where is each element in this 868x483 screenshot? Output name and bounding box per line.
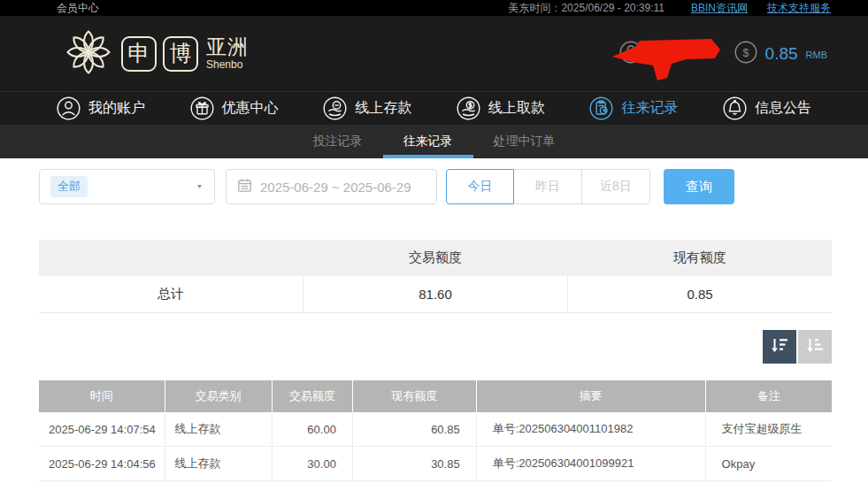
nav-item-transaction-records[interactable]: 往来记录 xyxy=(589,96,678,120)
bbin-news-link[interactable]: BBIN资讯网 xyxy=(691,1,748,16)
cell-amount: 30.00 xyxy=(272,447,352,480)
member-center-label: 会员中心 xyxy=(57,1,99,16)
type-selected-tag: 全部 xyxy=(50,176,88,197)
cell-summary: 单号:202506304001101982 xyxy=(476,412,705,446)
range-today-button[interactable]: 今日 xyxy=(446,169,514,204)
col-time: 时间 xyxy=(39,380,165,412)
header: 申 博 亚洲 Shenbo sn $ 0.85 xyxy=(0,16,868,91)
records-table-header: 时间 交易类别 交易额度 现有额度 摘要 备注 xyxy=(39,380,832,412)
sort-descending-button[interactable] xyxy=(763,330,796,364)
col-balance: 现有额度 xyxy=(352,380,476,412)
quick-range-group: 今日 昨日 近8日 xyxy=(446,169,650,204)
dollar-circle-icon: $ xyxy=(734,41,757,67)
subnav: 投注记录 往来记录 处理中订单 xyxy=(0,125,868,158)
sort-descending-icon xyxy=(770,336,789,358)
svg-text:$: $ xyxy=(742,46,749,58)
balance-amount: 0.85 xyxy=(765,44,798,64)
col-note: 备注 xyxy=(705,380,832,412)
gift-icon xyxy=(190,96,214,120)
col-type: 交易类别 xyxy=(165,380,272,412)
summary-col-current-amount: 现有额度 xyxy=(567,240,832,276)
cell-time: 2025-06-29 14:07:54 xyxy=(39,412,165,446)
logo-latin-label: Shenbo xyxy=(206,59,249,70)
logo-char-shen: 申 xyxy=(121,36,157,72)
nav-item-promotions[interactable]: 优惠中心 xyxy=(190,96,279,120)
summary-total-label: 总计 xyxy=(39,276,303,312)
withdraw-icon xyxy=(457,96,480,120)
sort-ascending-button[interactable] xyxy=(798,330,832,364)
table-row: 2025-06-29 14:07:54 线上存款 60.00 60.85 单号:… xyxy=(39,412,832,447)
logo-char-bo: 博 xyxy=(163,36,198,72)
query-button[interactable]: 查询 xyxy=(664,169,734,204)
records-table: 时间 交易类别 交易额度 现有额度 摘要 备注 2025-06-29 14:07… xyxy=(39,380,832,481)
cell-type: 线上存款 xyxy=(165,447,272,480)
deposit-icon xyxy=(323,96,347,120)
flower-logo-icon xyxy=(62,26,115,82)
type-select[interactable]: 全部 ▼ xyxy=(39,169,215,204)
table-row: 2025-06-29 14:04:56 线上存款 30.00 30.85 单号:… xyxy=(39,447,832,481)
cell-type: 线上存款 xyxy=(165,412,272,446)
annotation-arrow xyxy=(612,39,720,85)
topbar: 会员中心 美东时间：2025/06/29 - 20:39:11 BBIN资讯网 … xyxy=(0,0,868,16)
sort-ascending-icon xyxy=(805,336,825,358)
calendar-icon xyxy=(237,178,252,196)
site-logo[interactable]: 申 博 亚洲 Shenbo xyxy=(62,26,249,82)
cell-balance: 30.85 xyxy=(352,447,476,480)
range-last8days-button[interactable]: 近8日 xyxy=(582,169,650,204)
cell-balance: 60.85 xyxy=(352,412,476,446)
cell-amount: 60.00 xyxy=(272,412,352,446)
bell-icon xyxy=(723,96,747,120)
summary-table: 交易额度 现有额度 总计 81.60 0.85 xyxy=(39,240,832,313)
tab-betting-records[interactable]: 投注记录 xyxy=(293,125,383,158)
balance-currency: RMB xyxy=(806,50,827,60)
balance[interactable]: $ 0.85 RMB xyxy=(734,41,827,67)
col-amount: 交易额度 xyxy=(272,380,352,412)
col-summary: 摘要 xyxy=(476,380,705,412)
nav-item-deposit[interactable]: 线上存款 xyxy=(323,96,411,120)
summary-col-empty xyxy=(39,240,303,276)
nav-item-withdraw[interactable]: 线上取款 xyxy=(457,96,545,120)
summary-total-current: 0.85 xyxy=(567,276,832,312)
nav-item-announcements[interactable]: 信息公告 xyxy=(723,96,811,120)
cell-time: 2025-06-29 14:04:56 xyxy=(39,447,165,480)
user-icon xyxy=(57,96,81,120)
main-nav: 我的账户 优惠中心 线上存款 xyxy=(0,91,868,125)
tab-transaction-records[interactable]: 往来记录 xyxy=(383,125,473,158)
cell-summary: 单号:202506304001099921 xyxy=(476,447,705,480)
sort-controls xyxy=(39,330,832,364)
records-icon xyxy=(589,96,613,120)
date-range-value: 2025-06-29 ~ 2025-06-29 xyxy=(260,180,411,195)
eastern-time-label: 美东时间：2025/06/29 - 20:39:11 xyxy=(508,1,664,16)
content: 全部 ▼ 2025-06-29 ~ 2025-06-29 今日 昨日 近8日 查… xyxy=(0,158,868,481)
tab-pending-orders[interactable]: 处理中订单 xyxy=(473,125,576,158)
cell-note: 支付宝超级原生 xyxy=(705,412,832,446)
date-range-input[interactable]: 2025-06-29 ~ 2025-06-29 xyxy=(226,169,437,204)
summary-col-trade-amount: 交易额度 xyxy=(303,240,568,276)
summary-total-trade: 81.60 xyxy=(303,276,567,312)
chevron-down-icon: ▼ xyxy=(196,183,204,190)
tech-support-link[interactable]: 技术支持服务 xyxy=(767,1,831,16)
filter-row: 全部 ▼ 2025-06-29 ~ 2025-06-29 今日 昨日 近8日 查… xyxy=(39,169,832,204)
cell-note: Okpay xyxy=(705,447,832,480)
range-yesterday-button[interactable]: 昨日 xyxy=(514,169,582,204)
nav-item-my-account[interactable]: 我的账户 xyxy=(57,96,145,120)
logo-region-label: 亚洲 xyxy=(206,37,249,58)
